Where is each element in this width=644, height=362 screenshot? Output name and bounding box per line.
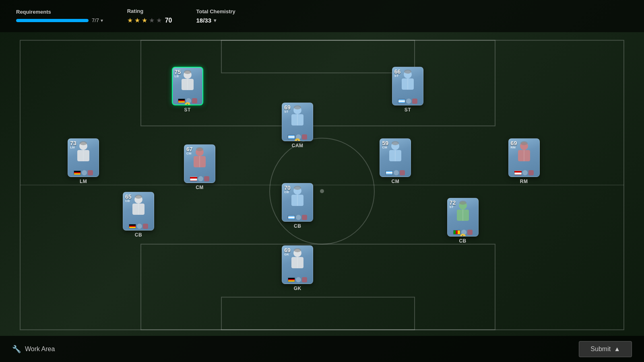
card-rating: 69	[284, 247, 291, 253]
club-badge	[192, 98, 197, 103]
league-badge	[296, 277, 301, 282]
svg-point-13	[404, 70, 411, 74]
star-1: ★	[127, 16, 133, 24]
card-label: CM	[196, 185, 204, 190]
club-badge	[204, 176, 209, 181]
exclamation-badge: !	[460, 234, 466, 237]
card-position-label: CM	[186, 152, 191, 155]
pitch: 75 LB ! ST 66 ST	[16, 36, 628, 334]
svg-point-25	[196, 147, 203, 151]
card-inner[interactable]: 72 ST !	[447, 198, 479, 237]
card-inner[interactable]: 65 CB	[123, 192, 154, 230]
card-label: LM	[80, 179, 87, 184]
club-badge	[302, 215, 307, 220]
league-badge	[82, 170, 87, 175]
player-card-gk[interactable]: 69 GK GK	[282, 245, 313, 291]
star-3: ★	[142, 16, 147, 24]
card-inner[interactable]: 69 RM	[508, 138, 540, 177]
work-area-button[interactable]: 🔧 Work Area	[12, 345, 55, 354]
card-rating: 73	[70, 140, 76, 146]
submit-label: Submit	[590, 346, 611, 353]
card-label: CAM	[292, 143, 303, 148]
card-badges	[282, 215, 313, 220]
exclamation-badge: !	[185, 102, 190, 105]
card-badges	[184, 176, 215, 181]
svg-point-49	[294, 248, 301, 252]
svg-point-29	[392, 141, 399, 145]
submit-arrow-icon: ▲	[614, 346, 620, 353]
card-position-label: ST	[394, 74, 398, 78]
card-badges	[282, 277, 313, 282]
star-2: ★	[134, 16, 140, 24]
svg-rect-3	[141, 244, 495, 330]
requirements-bar-container: 7/7 ▾	[16, 17, 103, 23]
card-inner[interactable]: 67 CM	[184, 144, 215, 183]
league-badge	[137, 224, 142, 229]
work-area-label: Work Area	[25, 346, 55, 353]
svg-point-41	[294, 186, 301, 190]
player-card-st-right[interactable]: 66 ST ST	[392, 67, 423, 113]
chemistry-value: 18/33 ▾	[196, 17, 235, 24]
player-card-cb-left[interactable]: 65 CB CB	[123, 192, 154, 238]
card-rating: 69	[284, 105, 291, 110]
bottom-bar: 🔧 Work Area Submit ▲	[0, 336, 644, 362]
rating-section: Rating ★ ★ ★ ★ ★ 70	[127, 8, 172, 24]
card-rating: 70	[284, 185, 291, 191]
star-5: ★	[156, 16, 162, 24]
player-card-cb-right[interactable]: 72 ST ! CB	[447, 198, 479, 244]
club-badge	[400, 170, 405, 175]
card-label: ST	[405, 107, 411, 113]
card-badges	[68, 170, 99, 175]
player-card-cam-center[interactable]: 69 ST ! CAM	[282, 103, 313, 148]
card-inner[interactable]: 75 LB !	[172, 67, 203, 105]
club-badge	[412, 99, 417, 104]
requirements-bar	[16, 19, 89, 22]
chemistry-dropdown[interactable]: ▾	[214, 18, 216, 23]
card-label: RM	[520, 179, 528, 184]
submit-button[interactable]: Submit ▲	[579, 341, 632, 357]
card-inner[interactable]: 69 GK	[282, 245, 313, 284]
club-badge	[467, 230, 473, 235]
card-position-label: CM	[382, 146, 387, 149]
rating-stars: ★ ★ ★ ★ ★ 70	[127, 16, 172, 24]
requirements-bar-fill	[16, 19, 89, 22]
exclamation-badge: !	[295, 138, 300, 141]
card-inner[interactable]: 70 CB	[282, 183, 313, 222]
league-badge	[394, 170, 399, 175]
player-card-cm-left[interactable]: 67 CM CM	[184, 144, 215, 190]
player-card-cm-right[interactable]: 59 CM CM	[380, 138, 411, 184]
card-label: CB	[459, 238, 466, 244]
card-rating: 66	[394, 69, 401, 74]
requirements-label: Requirements	[16, 9, 103, 15]
card-position-label: LB	[175, 75, 179, 78]
card-badges	[509, 170, 539, 175]
card-label: CB	[135, 232, 142, 238]
player-card-rm[interactable]: 69 RM RM	[508, 138, 540, 184]
top-bar: Requirements 7/7 ▾ Rating ★ ★ ★ ★ ★ 70 T…	[0, 0, 644, 32]
card-position-label: GK	[284, 253, 289, 256]
card-rating: 75	[175, 69, 181, 75]
card-inner[interactable]: 73 LM	[68, 138, 99, 177]
requirements-section: Requirements 7/7 ▾	[16, 9, 103, 23]
card-inner[interactable]: 66 ST	[392, 67, 423, 105]
card-position-label: ST	[284, 110, 288, 113]
card-position-label: ST	[450, 206, 454, 209]
wrench-icon: 🔧	[12, 345, 21, 354]
card-inner[interactable]: 69 ST !	[282, 103, 313, 141]
card-badges	[380, 170, 411, 175]
svg-point-17	[294, 105, 301, 109]
club-badge	[302, 134, 307, 140]
player-card-lm[interactable]: 73 LM LM	[68, 138, 99, 184]
card-rating: 65	[125, 194, 132, 200]
svg-point-45	[459, 201, 466, 205]
card-rating: 72	[450, 200, 456, 206]
card-inner[interactable]: 59 CM	[380, 138, 411, 177]
card-rating: 67	[186, 146, 193, 152]
rating-number: 70	[165, 17, 172, 24]
player-card-cb-center[interactable]: 70 CB CB	[282, 183, 313, 229]
player-card-st-left[interactable]: 75 LB ! ST	[172, 67, 203, 113]
league-badge	[296, 215, 301, 220]
club-badge	[302, 277, 307, 282]
requirements-value: 7/7 ▾	[92, 17, 103, 23]
card-badges	[123, 224, 154, 229]
